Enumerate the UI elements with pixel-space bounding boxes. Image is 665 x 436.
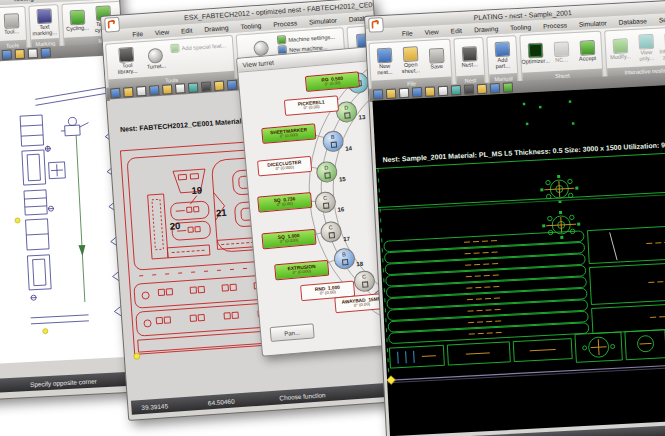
new-icon[interactable] <box>2 50 13 61</box>
save-button[interactable]: Save <box>424 47 449 70</box>
measure-icon[interactable] <box>227 80 238 91</box>
open-icon[interactable] <box>386 88 397 99</box>
pan-icon[interactable] <box>214 81 225 92</box>
help-icon[interactable] <box>503 82 514 93</box>
part-number-21: 21 <box>216 207 228 219</box>
text-marking-button[interactable]: Text marking... <box>31 8 56 37</box>
window-plating-nest: PLATING - nest - Sample_2001 File View E… <box>364 0 665 436</box>
modify-label: Modify... <box>610 54 631 61</box>
new-icon[interactable] <box>373 89 384 100</box>
pan-icon[interactable] <box>477 84 488 95</box>
optimizer-icon <box>527 42 543 58</box>
tool-shape-icon <box>322 202 329 209</box>
cycling-button[interactable]: Cycling... <box>65 9 90 32</box>
open-sheet-button[interactable]: Open sheet... <box>398 46 423 75</box>
tool-label: Tool... <box>4 29 19 36</box>
open-sheet-label: Open sheet... <box>399 62 424 75</box>
turret-label: Turret... <box>147 63 167 70</box>
tool-angle: 0° (0.00) <box>320 290 336 296</box>
measure-icon[interactable] <box>490 83 501 94</box>
tool-library-button[interactable]: Tool library... <box>113 46 142 76</box>
save-icon[interactable] <box>399 88 410 99</box>
print-icon[interactable] <box>175 83 186 94</box>
station-number-18: 18 <box>356 261 363 268</box>
text-marking-icon <box>36 8 52 24</box>
nest-canvas[interactable]: Nest: Sample_2001 Material: PL_MS L5 Thi… <box>372 85 665 436</box>
open-icon[interactable] <box>123 87 134 98</box>
status-bar: Specify opposite corner <box>0 371 136 396</box>
turret-button[interactable]: Turret... <box>142 47 170 71</box>
tool-button[interactable]: Tool... <box>0 12 24 35</box>
text-marking-label: Text marking... <box>32 24 57 37</box>
nest-drawing <box>372 85 665 436</box>
status-prompt: Specify opposite corner <box>30 377 97 387</box>
ribbon-group-tools: Tool... Tools <box>0 6 28 52</box>
export-icon[interactable] <box>425 86 436 97</box>
tab-settings[interactable]: Settings <box>652 12 665 26</box>
interactive-zones-button[interactable]: Interactive zones... <box>659 32 665 61</box>
zoom-out-icon[interactable] <box>201 81 212 92</box>
tool-library-label: Tool library... <box>114 62 142 76</box>
save-icon[interactable] <box>136 86 147 97</box>
accept-label: Accept <box>579 55 596 62</box>
add-part-button[interactable]: Add part... <box>490 41 515 70</box>
zoom-in-icon[interactable] <box>188 82 199 93</box>
tool-shape-icon <box>328 232 335 239</box>
modify-icon <box>612 38 628 54</box>
nest-label: Nest... <box>461 62 477 69</box>
export-icon[interactable] <box>162 84 173 95</box>
pan-button-label: Pan... <box>284 329 300 336</box>
app-logo-icon <box>368 17 384 33</box>
open-icon[interactable] <box>15 49 26 60</box>
zoom-in-icon[interactable] <box>451 85 462 96</box>
status-y-coordinate: 64.50460 <box>208 397 235 406</box>
view-only-button[interactable]: View only... <box>633 33 658 62</box>
station-number-16: 16 <box>337 206 344 213</box>
new-nest-button[interactable]: New nest... <box>372 47 397 76</box>
save-icon <box>428 47 444 63</box>
ribbon-group-manual: Add part... Manual <box>486 35 518 85</box>
new-icon[interactable] <box>110 88 121 99</box>
ribbon-group-interactive-nesting: Modify... View only... Interactive zones… <box>604 26 665 78</box>
nc-icon <box>553 41 569 57</box>
add-special-feature-button[interactable]: Add special feat... <box>170 40 226 53</box>
optimizer-label: Optimizer... <box>521 58 550 65</box>
nest-button[interactable]: Nest... <box>457 45 482 68</box>
import-icon[interactable] <box>412 87 423 98</box>
optimizer-button[interactable]: Optimizer... <box>523 42 548 65</box>
new-nest-label: New nest... <box>373 63 398 76</box>
cycling-label: Cycling... <box>66 25 89 32</box>
station-number-13: 13 <box>358 114 365 121</box>
tool-library-icon <box>119 46 135 62</box>
station-letter: C <box>323 196 327 202</box>
save-icon[interactable] <box>28 48 39 59</box>
modify-button[interactable]: Modify... <box>608 38 633 61</box>
accept-icon <box>579 40 595 56</box>
ribbon-group-file: New nest... Open sheet... Save File <box>368 39 452 91</box>
tool-angle: 0° (0.000) <box>293 270 312 276</box>
environment-icon <box>253 40 269 56</box>
import-icon[interactable] <box>149 85 160 96</box>
print-icon[interactable] <box>438 86 449 97</box>
tool-angle: 0° (0.00) <box>303 105 319 111</box>
nc-label: NC... <box>555 57 568 64</box>
add-special-feature-icon <box>170 44 180 54</box>
ribbon-group-sheet: Optimizer... NC... Accept Sheet <box>519 31 603 83</box>
tool-angle: 0° (0.000) <box>280 239 299 245</box>
machine-settings-icon <box>277 35 287 45</box>
tool-angle: 0° (0.000) <box>280 133 299 139</box>
nc-button[interactable]: NC... <box>549 41 574 64</box>
zoom-out-icon[interactable] <box>464 84 475 95</box>
view-only-label: View only... <box>634 49 659 62</box>
tool-shape-icon <box>344 112 351 119</box>
add-special-feature-label: Add special feat... <box>181 42 226 51</box>
accept-button[interactable]: Accept <box>575 39 600 62</box>
print-icon[interactable] <box>41 47 52 58</box>
tool-angle: 0° (0.000) <box>275 166 294 172</box>
turret-icon <box>148 47 164 63</box>
new-nest-icon <box>376 47 392 63</box>
save-label: Save <box>430 63 443 70</box>
nest-icon <box>461 46 477 62</box>
machine-settings-label: Machine settings... <box>288 33 335 42</box>
tool-angle: 0° (0.00) <box>354 303 370 309</box>
